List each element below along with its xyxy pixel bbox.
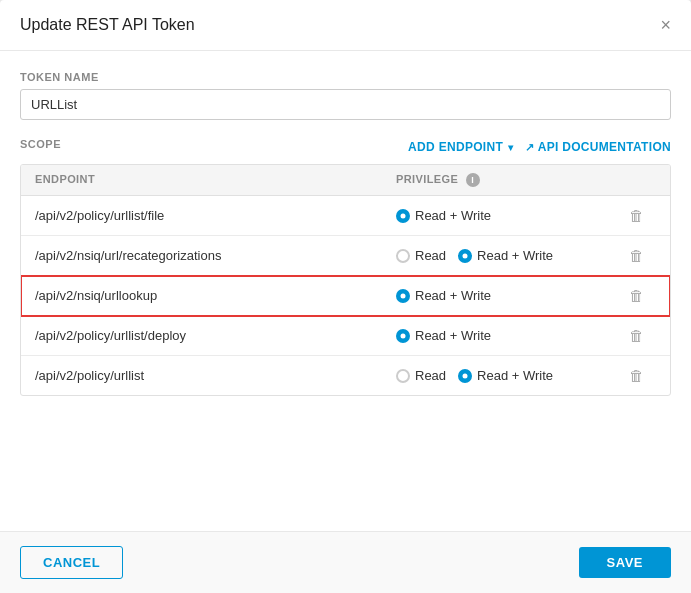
privilege-column-header: PRIVILEGE i [396, 173, 616, 187]
read-radio[interactable] [396, 369, 410, 383]
read-write-option[interactable]: Read + Write [458, 368, 553, 383]
chevron-down-icon: ▾ [508, 142, 513, 153]
dialog-body: TOKEN NAME SCOPE ADD ENDPOINT ▾ ↗ API DO… [0, 51, 691, 531]
dialog-footer: CANCEL SAVE [0, 531, 691, 593]
table-row: /api/v2/policy/urllist/deploy Read + Wri… [21, 316, 670, 356]
read-write-radio[interactable] [458, 369, 472, 383]
scope-label: SCOPE [20, 138, 61, 150]
read-write-radio[interactable] [396, 329, 410, 343]
table-row: /api/v2/policy/urllist Read Read + Write… [21, 356, 670, 395]
api-documentation-button[interactable]: ↗ API DOCUMENTATION [525, 140, 671, 154]
endpoint-text: /api/v2/nsiq/url/recategorizations [35, 248, 396, 263]
scope-actions: ADD ENDPOINT ▾ ↗ API DOCUMENTATION [408, 140, 671, 154]
privilege-cell: Read Read + Write [396, 368, 616, 383]
read-label: Read [415, 248, 446, 263]
read-write-radio[interactable] [396, 289, 410, 303]
table-header: ENDPOINT PRIVILEGE i [21, 165, 670, 196]
privilege-cell: Read + Write [396, 328, 616, 343]
read-write-option[interactable]: Read + Write [396, 288, 491, 303]
cancel-button[interactable]: CANCEL [20, 546, 123, 579]
external-link-icon: ↗ [525, 141, 534, 154]
read-write-radio[interactable] [396, 209, 410, 223]
delete-row-button[interactable]: 🗑 [616, 367, 656, 384]
read-write-option[interactable]: Read + Write [396, 328, 491, 343]
read-option[interactable]: Read [396, 368, 446, 383]
privilege-cell: Read + Write [396, 208, 616, 223]
scope-header: SCOPE ADD ENDPOINT ▾ ↗ API DOCUMENTATION [20, 138, 671, 156]
scope-section: SCOPE ADD ENDPOINT ▾ ↗ API DOCUMENTATION [20, 138, 671, 396]
delete-row-button[interactable]: 🗑 [616, 207, 656, 224]
update-api-token-dialog: Update REST API Token × TOKEN NAME SCOPE… [0, 0, 691, 593]
privilege-cell: Read Read + Write [396, 248, 616, 263]
endpoint-text: /api/v2/nsiq/urllookup [35, 288, 396, 303]
close-button[interactable]: × [660, 16, 671, 34]
delete-row-button[interactable]: 🗑 [616, 247, 656, 264]
save-button[interactable]: SAVE [579, 547, 671, 578]
dialog-header: Update REST API Token × [0, 0, 691, 51]
delete-row-button[interactable]: 🗑 [616, 327, 656, 344]
read-label: Read [415, 368, 446, 383]
endpoints-table: ENDPOINT PRIVILEGE i /api/v2/policy/urll… [20, 164, 671, 396]
add-endpoint-button[interactable]: ADD ENDPOINT ▾ [408, 140, 513, 154]
read-write-option[interactable]: Read + Write [396, 208, 491, 223]
privilege-cell: Read + Write [396, 288, 616, 303]
read-write-label: Read + Write [415, 208, 491, 223]
read-write-label: Read + Write [415, 288, 491, 303]
read-write-label: Read + Write [415, 328, 491, 343]
delete-row-button[interactable]: 🗑 [616, 287, 656, 304]
action-column-header [616, 173, 656, 187]
read-option[interactable]: Read [396, 248, 446, 263]
endpoint-text: /api/v2/policy/urllist/file [35, 208, 396, 223]
table-row: /api/v2/nsiq/url/recategorizations Read … [21, 236, 670, 276]
read-write-label: Read + Write [477, 368, 553, 383]
table-row: /api/v2/policy/urllist/file Read + Write… [21, 196, 670, 236]
endpoint-text: /api/v2/policy/urllist/deploy [35, 328, 396, 343]
read-write-label: Read + Write [477, 248, 553, 263]
endpoint-text: /api/v2/policy/urllist [35, 368, 396, 383]
token-name-input[interactable] [20, 89, 671, 120]
endpoint-column-header: ENDPOINT [35, 173, 396, 187]
privilege-info-icon[interactable]: i [466, 173, 480, 187]
table-row: /api/v2/nsiq/urllookup Read + Write 🗑 [21, 276, 670, 316]
read-radio[interactable] [396, 249, 410, 263]
read-write-radio[interactable] [458, 249, 472, 263]
token-name-label: TOKEN NAME [20, 71, 671, 83]
read-write-option[interactable]: Read + Write [458, 248, 553, 263]
dialog-title: Update REST API Token [20, 16, 195, 34]
